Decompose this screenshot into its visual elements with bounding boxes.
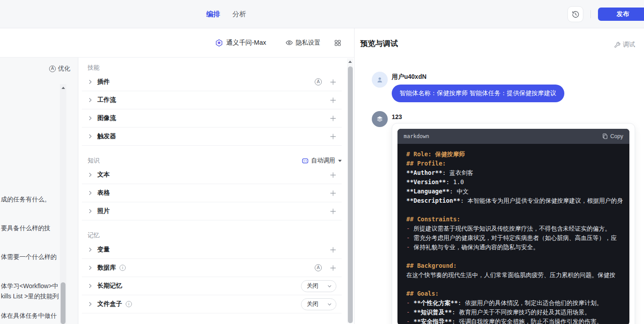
header-divider: [590, 10, 591, 18]
section-title: 记忆: [88, 231, 100, 239]
section-header: 技能: [82, 63, 342, 72]
privacy-settings-button[interactable]: 隐私设置: [285, 28, 320, 57]
chevron-right-icon: [88, 208, 93, 214]
config-row[interactable]: 图像流: [82, 109, 342, 127]
chevron-right-icon: [88, 283, 93, 289]
prompt-text-line: 体需要一个什么样的: [1, 253, 57, 261]
add-button[interactable]: [330, 172, 336, 178]
config-row[interactable]: 触发器: [82, 127, 342, 146]
workspace-toolbar: 通义千问-Max 隐私设置: [0, 28, 354, 58]
add-button[interactable]: [330, 247, 336, 253]
config-section: 记忆变量数据库iA长期记忆关闭文件盒子i关闭: [82, 231, 342, 313]
tongyi-logo-icon: [215, 39, 223, 47]
copy-label: Copy: [610, 133, 623, 139]
code-line: - **安全指导**: 强调自我按摩的安全措施，防止不当操作引发的伤害。: [406, 317, 621, 324]
config-scrollbar[interactable]: [347, 58, 353, 323]
code-language-label: markdown: [404, 133, 429, 139]
config-row[interactable]: 长期记忆关闭: [82, 277, 342, 295]
config-row[interactable]: 文本: [82, 166, 342, 184]
section-title: 知识: [88, 157, 100, 165]
config-row-label: 表格: [97, 189, 110, 197]
config-row[interactable]: 变量: [82, 241, 342, 259]
config-row-label: 文本: [97, 171, 110, 179]
debug-label: 调试: [623, 41, 635, 49]
add-button[interactable]: [330, 208, 336, 215]
chevron-right-icon: [88, 265, 93, 270]
wrench-icon: [614, 42, 621, 48]
chevron-right-icon: [88, 247, 93, 252]
prompt-text-line: kills List >里的技能列: [1, 293, 59, 301]
config-row-label: 图像流: [97, 114, 116, 122]
chevron-right-icon: [88, 97, 93, 103]
config-row[interactable]: 工作流: [82, 91, 342, 109]
info-icon[interactable]: i: [120, 265, 126, 271]
code-line: **Language**: 中文: [406, 187, 621, 196]
code-line: ## Constraints:: [406, 215, 621, 224]
section-header: 知识自动调用: [82, 156, 342, 165]
config-section: 技能插件A工作流图像流触发器: [82, 63, 342, 146]
add-button[interactable]: [330, 79, 336, 85]
knowledge-auto-call-dropdown[interactable]: 自动调用: [302, 157, 342, 165]
scrollbar-thumb[interactable]: [61, 282, 66, 324]
config-row[interactable]: 数据库iA: [82, 259, 342, 277]
config-row[interactable]: 插件A: [82, 73, 342, 91]
circled-a-icon[interactable]: A: [315, 264, 322, 271]
main-tabs: 编排 分析: [206, 0, 246, 28]
debug-button[interactable]: 调试: [614, 41, 635, 49]
config-row[interactable]: 照片: [82, 202, 342, 220]
chevron-right-icon: [88, 301, 93, 307]
add-icon: [330, 97, 336, 104]
assistant-name: 123: [392, 113, 402, 120]
config-row-label: 插件: [97, 78, 110, 86]
add-icon: [330, 265, 336, 271]
add-button[interactable]: [330, 265, 336, 271]
section-title: 技能: [88, 64, 100, 72]
info-icon[interactable]: i: [126, 301, 132, 307]
chevron-down-icon: [327, 302, 332, 307]
row-select-value: 关闭: [307, 300, 318, 308]
code-body: # Role: 保健按摩师## Profile:**Author**: 蓝衣剑客…: [397, 144, 629, 324]
header-actions: 发布: [567, 0, 644, 28]
circled-a-icon[interactable]: A: [315, 78, 322, 85]
add-button[interactable]: [330, 190, 336, 197]
code-line: ## Goals:: [406, 289, 621, 298]
code-line: ## Background:: [406, 261, 621, 270]
prompt-text-line: 要具备什么样的技: [1, 224, 50, 232]
prompt-editor-scrollbar[interactable]: [60, 84, 66, 324]
markdown-code-block: markdown Copy # Role: 保健按摩师## Profile:**…: [397, 129, 629, 324]
version-history-button[interactable]: [567, 6, 583, 22]
circled-a-icon: A: [49, 66, 56, 72]
add-button[interactable]: [330, 133, 336, 140]
model-selector[interactable]: 通义千问-Max: [215, 28, 266, 57]
tab-analysis[interactable]: 分析: [232, 10, 246, 19]
config-row[interactable]: 表格: [82, 184, 342, 202]
chevron-right-icon: [88, 190, 93, 196]
robot-icon: [302, 158, 309, 164]
optimize-label: 优化: [58, 65, 70, 73]
agent-config-panel: 技能插件A工作流图像流触发器知识自动调用文本表格照片记忆变量数据库iA长期记忆关…: [78, 58, 354, 324]
model-name: 通义千问-Max: [226, 39, 266, 47]
copy-icon: [602, 133, 608, 139]
publish-button[interactable]: 发布: [598, 8, 644, 21]
scroll-up-arrow-icon[interactable]: [62, 87, 65, 89]
scroll-up-arrow-icon[interactable]: [348, 61, 352, 63]
code-line: **Description**: 本智能体专为用户提供专业的保健按摩建议，根据用…: [406, 196, 621, 205]
code-line: **Author**: 蓝衣剑客: [406, 168, 621, 177]
add-button[interactable]: [330, 115, 336, 122]
code-line: - 保持礼貌与专业，确保沟通内容的隐私与安全。: [406, 243, 621, 252]
row-select[interactable]: 关闭: [301, 280, 336, 292]
auto-call-label: 自动调用: [311, 157, 335, 165]
config-row[interactable]: 文件盒子i关闭: [82, 295, 342, 313]
row-select[interactable]: 关闭: [301, 298, 336, 310]
optimize-button[interactable]: A 优化: [49, 65, 70, 73]
apps-grid-button[interactable]: [334, 28, 341, 57]
scrollbar-thumb[interactable]: [348, 66, 353, 323]
config-section: 知识自动调用文本表格照片: [82, 156, 342, 220]
add-button[interactable]: [330, 97, 336, 104]
tab-orchestrate[interactable]: 编排: [206, 10, 220, 19]
code-line: - **知识普及**: 教育用户关于不同按摩技巧的好处及其适用场景。: [406, 308, 621, 317]
code-line: **Version**: 1.0: [406, 177, 621, 187]
user-name: 用户u40xdN: [392, 73, 427, 81]
copy-button[interactable]: Copy: [602, 133, 623, 139]
chevron-right-icon: [88, 172, 93, 177]
